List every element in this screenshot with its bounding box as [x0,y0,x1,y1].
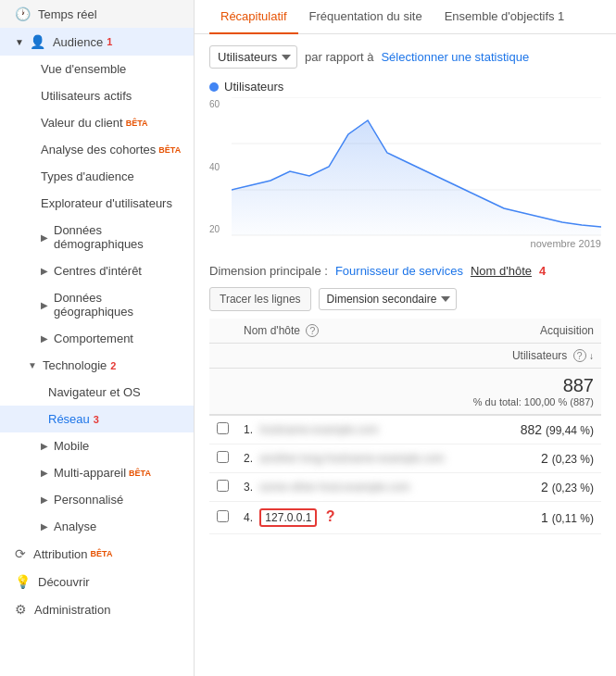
sidebar-item-centres-interet[interactable]: ▶ Centres d'intérêt [0,257,194,284]
sidebar-item-audience[interactable]: ▼ 👤 Audience 1 [0,28,194,56]
legend-dot-users [209,82,219,92]
row2-checkbox[interactable] [209,444,236,473]
total-checkbox-cell [209,369,236,416]
sidebar-label-valeur-client: Valeur du client [41,116,123,130]
sidebar-item-vue-ensemble[interactable]: Vue d'ensemble [0,56,194,82]
sidebar-item-reseau[interactable]: Réseau 3 [0,406,194,432]
row1-checkbox[interactable] [209,415,236,444]
sidebar-item-decouvrir[interactable]: 💡 Découvrir [0,568,194,595]
sidebar-item-utilisateurs-actifs[interactable]: Utilisateurs actifs [0,82,194,109]
row4-checkbox[interactable] [209,502,236,534]
sidebar-item-analyse-cohortes[interactable]: Analyse des cohortes BÊTA [0,136,194,163]
arrow-right-icon-3: ▶ [41,300,48,310]
row3-checkbox[interactable] [209,473,236,502]
arrow-right-icon-6: ▶ [41,468,48,478]
row4-users-val: 1 (0,11 %) [468,510,594,525]
attribution-icon: ⟳ [15,546,26,561]
sidebar-item-personnalise[interactable]: ▶ Personnalisé [0,486,194,513]
sidebar-label-explorateur: Explorateur d'utilisateurs [41,196,172,210]
tab-recapitulatif[interactable]: Récapitulatif [209,0,298,34]
select-stat-link[interactable]: Sélectionner une statistique [381,50,529,64]
sidebar-item-valeur-client[interactable]: Valeur du client BÊTA [0,109,194,136]
dimension-secondary-dropdown[interactable]: Dimension secondaire [319,288,457,310]
metric-dropdown[interactable]: Utilisateurs [209,45,297,69]
row3-hostname: 3. some-other-host.example.com [236,473,460,502]
data-table: Nom d'hôte ? Acquisition Utilisateurs ? … [209,319,601,534]
sidebar-item-comportement[interactable]: ▶ Comportement [0,325,194,352]
row3-users-val: 2 (0,23 %) [468,480,594,494]
audience-badge: 1 [107,36,112,47]
users-help-icon[interactable]: ? [573,349,586,362]
table-total-row: 887 % du total: 100,00 % (887) [209,369,601,416]
chart-svg-container: novembre 2019 [232,97,601,249]
sidebar-label-analyse: Analyse [54,520,96,533]
row3-num: 3. [244,481,253,494]
col-header-hostname: Nom d'hôte ? [236,319,460,344]
dim-link-nomhote[interactable]: Nom d'hôte [471,264,532,278]
dim-link-fournisseur[interactable]: Fournisseur de services [335,264,463,278]
sidebar-item-multi-appareil[interactable]: ▶ Multi-appareil BÊTA [0,459,194,486]
sidebar-item-attribution[interactable]: ⟳ Attribution BÊTA [0,540,194,568]
sort-down-icon[interactable]: ↓ [589,351,594,361]
total-users-cell: 887 % du total: 100,00 % (887) [460,369,601,416]
sidebar-item-navigateur-os[interactable]: Navigateur et OS [0,379,194,406]
acquisition-header-label: Acquisition [540,324,594,337]
chart-svg [232,97,601,236]
sidebar-item-technologie[interactable]: ▼ Technologie 2 [0,352,194,379]
sidebar-label-utilisateurs-actifs: Utilisateurs actifs [41,89,132,103]
row1-hostname-value: hostname-example.com [259,423,378,436]
hostname-help-icon[interactable]: ? [306,324,319,337]
total-users-value: 887 [468,375,594,396]
sidebar-label-reseau: Réseau [48,412,90,426]
sidebar-item-explorateur[interactable]: Explorateur d'utilisateurs [0,190,194,217]
row1-users: 882 (99,44 %) [460,415,601,444]
sidebar-item-analyse[interactable]: ▶ Analyse [0,513,194,540]
table-row: 1. hostname-example.com 882 (99,44 %) [209,415,601,444]
row4-num: 4. [244,511,253,524]
sidebar-label-types-audience: Types d'audience [41,169,134,183]
sidebar-label-multi-appareil: Multi-appareil [54,466,126,480]
sidebar-item-administration[interactable]: ⚙ Administration [0,595,194,623]
sidebar-label-attribution: Attribution [33,547,88,561]
tracer-button[interactable]: Tracer les lignes [209,287,311,311]
toolbar-row: Tracer les lignes Dimension secondaire [209,287,601,311]
y-label-20: 20 [209,224,220,234]
sidebar-item-donnees-demo[interactable]: ▶ Données démographiques [0,217,194,257]
sidebar-item-temps-reel[interactable]: 🕐 Temps réel [0,0,194,28]
total-label-cell [236,369,460,416]
bulb-icon: 💡 [15,574,31,589]
sidebar-label-personnalise: Personnalisé [54,493,123,507]
row2-users: 2 (0,23 %) [460,444,601,473]
tab-objectifs[interactable]: Ensemble d'objectifs 1 [434,0,576,34]
arrow-right-icon-4: ▶ [41,333,48,344]
valeur-beta-badge: BÊTA [126,119,148,128]
legend-label-users: Utilisateurs [224,80,283,94]
row2-users-val: 2 (0,23 %) [468,451,594,466]
analyse-beta-badge: BÊTA [158,145,181,155]
y-label-40: 40 [209,162,220,172]
top-tabs: Récapitulatif Fréquentation du site Ense… [195,0,616,34]
sidebar-item-donnees-geo[interactable]: ▶ Données géographiques [0,284,194,325]
row2-num: 2. [244,452,253,465]
chart-x-label: novembre 2019 [232,238,601,249]
person-icon: 👤 [30,34,45,49]
col-subheader-hostname2 [236,344,460,369]
technologie-badge: 2 [110,360,116,371]
content-area: Utilisateurs par rapport à Sélectionner … [195,34,616,545]
row2-hostname: 2. another-long-hostname-example.com [236,444,460,473]
clock-icon: 🕐 [15,6,31,21]
col-subheader-empty [209,344,236,369]
tab-frequentation[interactable]: Fréquentation du site [298,0,434,34]
hostname-header-label: Nom d'hôte [244,324,300,337]
col-header-checkbox [209,319,236,344]
attribution-beta-badge: BÊTA [91,549,113,558]
y-axis-labels: 60 40 20 [209,97,220,236]
sidebar-label-centres-interet: Centres d'intérêt [54,264,142,278]
sidebar-item-mobile[interactable]: ▶ Mobile [0,432,194,459]
sidebar-label-technologie: Technologie [43,358,107,372]
arrow-right-icon-5: ▶ [41,441,48,451]
sidebar-label-navigateur-os: Navigateur et OS [48,385,141,399]
dim-number-badge: 4 [539,264,546,278]
arrow-right-icon-8: ▶ [41,521,48,532]
sidebar-item-types-audience[interactable]: Types d'audience [0,163,194,190]
